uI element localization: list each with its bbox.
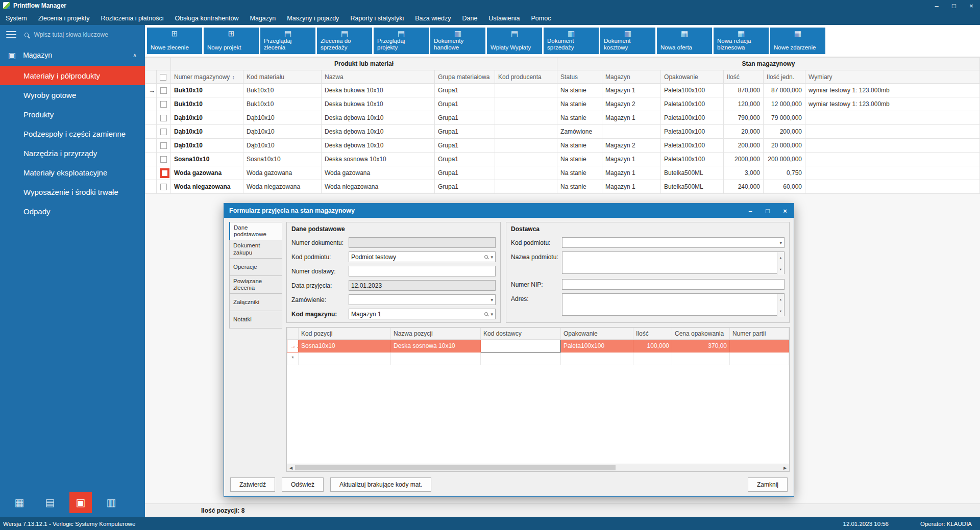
zamknij-button[interactable]: Zamknij bbox=[748, 477, 788, 492]
dropdown-icon[interactable]: ▾ bbox=[491, 312, 493, 317]
warehouse-icon[interactable]: ▣ bbox=[69, 492, 92, 513]
sidebar-item[interactable]: Narzędzia i przyrządy bbox=[0, 143, 145, 163]
dropdown-icon[interactable]: ▾ bbox=[491, 255, 493, 260]
items-column-header[interactable]: Kod pozycji bbox=[299, 328, 391, 340]
row-checkbox[interactable] bbox=[160, 168, 169, 178]
sidebar-item[interactable]: Materiały eksploatacyjne bbox=[0, 163, 145, 182]
spinner-control[interactable]: ▴▾ bbox=[777, 252, 784, 275]
column-header[interactable]: Nazwa bbox=[322, 70, 435, 84]
sidebar-item[interactable]: Odpady bbox=[0, 201, 145, 221]
aktualizuj-kody-button[interactable]: Aktualizuj brakujące kody mat. bbox=[330, 477, 431, 492]
dialog-tab[interactable]: Powiązane zlecenia bbox=[229, 275, 282, 294]
spin-up-icon[interactable]: ▴ bbox=[780, 297, 781, 301]
spin-down-icon[interactable]: ▾ bbox=[780, 267, 781, 271]
menu-item[interactable]: Obsługa kontrahentów bbox=[169, 11, 244, 25]
column-header[interactable]: Kod producenta bbox=[495, 70, 557, 84]
reports-icon[interactable]: ▤ bbox=[39, 492, 61, 513]
toolbar-button[interactable]: ▦ Nowa oferta bbox=[657, 28, 712, 54]
row-checkbox[interactable] bbox=[160, 184, 167, 190]
column-header[interactable]: Opakowanie bbox=[661, 70, 724, 84]
maximize-button[interactable]: □ bbox=[945, 0, 963, 11]
data-przyjecia-input[interactable] bbox=[349, 280, 496, 291]
items-column-header[interactable]: Kod dostawcy bbox=[481, 328, 561, 340]
items-column-header[interactable]: Opakowanie bbox=[561, 328, 633, 340]
toolbar-button[interactable]: ▤ Zlecenia do sprzedaży bbox=[317, 28, 372, 54]
dialog-tab[interactable]: Operacje bbox=[229, 258, 282, 276]
cell-kod-dostawcy[interactable] bbox=[481, 352, 561, 365]
sidebar-item[interactable]: Wyroby gotowe bbox=[0, 85, 145, 105]
scrollbar-thumb[interactable] bbox=[295, 465, 616, 470]
table-row[interactable]: → Woda niegazowana Woda niegazowana Woda… bbox=[145, 180, 980, 194]
sidebar-item[interactable]: Produkty bbox=[0, 105, 145, 124]
items-column-header[interactable]: Ilość bbox=[633, 328, 672, 340]
column-header[interactable]: Magazyn bbox=[602, 70, 661, 84]
kod-podmiotu-input[interactable] bbox=[349, 251, 496, 262]
toolbar-button[interactable]: ▦ Nowe zdarzenie bbox=[770, 28, 825, 54]
menu-item[interactable]: System bbox=[0, 11, 33, 25]
dialog-minimize-button[interactable]: – bbox=[742, 204, 759, 218]
dialog-tab[interactable]: Dane podstawowe bbox=[229, 222, 282, 240]
numer-dokumentu-input[interactable] bbox=[349, 237, 496, 248]
items-row[interactable]: →* bbox=[287, 352, 789, 365]
table-row[interactable]: → Buk10x10 Buk10x10 Deska bukowa 10x10 G… bbox=[145, 84, 980, 97]
table-row[interactable]: → Woda gazowana Woda gazowana Woda gazow… bbox=[145, 166, 980, 180]
sidebar-item[interactable]: Materiały i półprodukty bbox=[0, 66, 145, 85]
odswiez-button[interactable]: Odśwież bbox=[282, 477, 324, 492]
select-all-checkbox[interactable] bbox=[160, 74, 166, 81]
table-row[interactable]: → Dąb10x10 Dąb10x10 Deska dębowa 10x10 G… bbox=[145, 111, 980, 125]
row-checkbox[interactable] bbox=[160, 142, 167, 149]
sidebar-item[interactable]: Wyposażenie i środki trwałe bbox=[0, 182, 145, 201]
items-column-header[interactable]: Nazwa pozycji bbox=[391, 328, 481, 340]
adres-input[interactable] bbox=[562, 293, 785, 316]
table-row[interactable]: → Buk10x10 Buk10x10 Deska bukowa 10x10 G… bbox=[145, 97, 980, 111]
kod-magazynu-input[interactable] bbox=[349, 309, 496, 319]
hamburger-menu-icon[interactable] bbox=[6, 29, 16, 40]
toolbar-button[interactable]: ⊞ Nowe zlecenie bbox=[147, 28, 202, 54]
row-checkbox[interactable] bbox=[160, 115, 167, 121]
archive-icon[interactable]: ▦ bbox=[8, 492, 31, 513]
toolbar-button[interactable]: ▥ Dokument kosztowy bbox=[600, 28, 655, 54]
table-row[interactable]: → Dąb10x10 Dąb10x10 Deska dębowa 10x10 G… bbox=[145, 139, 980, 153]
row-checkbox[interactable] bbox=[160, 101, 167, 108]
toolbar-button[interactable]: ▤ Przeglądaj zlecenia bbox=[260, 28, 315, 54]
row-checkbox[interactable] bbox=[160, 87, 167, 94]
scroll-right-icon[interactable]: ▶ bbox=[781, 466, 789, 470]
toolbar-button[interactable]: ▤ Przeglądaj projekty bbox=[374, 28, 429, 54]
minimize-button[interactable]: – bbox=[928, 0, 945, 11]
table-row[interactable]: → Sosna10x10 Sosna10x10 Deska sosnowa 10… bbox=[145, 153, 980, 166]
search-input[interactable] bbox=[34, 31, 139, 38]
lookup-icon[interactable] bbox=[484, 255, 488, 259]
dropdown-icon[interactable]: ▾ bbox=[491, 297, 493, 302]
menu-item[interactable]: Baza wiedzy bbox=[409, 11, 456, 25]
table-row[interactable]: → Dąb10x10 Dąb10x10 Deska dębowa 10x10 G… bbox=[145, 125, 980, 139]
menu-item[interactable]: Pomoc bbox=[525, 11, 556, 25]
spin-down-icon[interactable]: ▾ bbox=[780, 309, 781, 313]
toolbar-button[interactable]: ▦ Nowa relacja biznesowa bbox=[714, 28, 769, 54]
toolbar-button[interactable]: ⊞ Nowy projekt bbox=[204, 28, 259, 54]
nazwa-podmiotu-input[interactable] bbox=[562, 251, 785, 274]
menu-item[interactable]: Raporty i statystyki bbox=[345, 11, 409, 25]
cell-kod-dostawcy[interactable] bbox=[481, 340, 561, 352]
numer-nip-input[interactable] bbox=[562, 279, 785, 290]
column-header[interactable]: Numer magazynowy↕ bbox=[171, 70, 243, 84]
dialog-tab[interactable]: Dokument zakupu bbox=[229, 240, 282, 258]
toolbar-button[interactable]: ▥ Dokumenty handlowe bbox=[430, 28, 485, 54]
menu-item[interactable]: Magazyn bbox=[244, 11, 282, 25]
column-header[interactable]: Ilość jedn. bbox=[764, 70, 805, 84]
row-checkbox[interactable] bbox=[160, 156, 167, 163]
menu-item[interactable]: Maszyny i pojazdy bbox=[281, 11, 345, 25]
dialog-tab[interactable]: Notatki bbox=[229, 311, 282, 329]
column-header[interactable]: Status bbox=[557, 70, 602, 84]
close-button[interactable]: × bbox=[963, 0, 980, 11]
numer-dostawy-input[interactable] bbox=[349, 266, 496, 276]
dialog-maximize-button[interactable]: □ bbox=[759, 204, 776, 218]
row-checkbox[interactable] bbox=[160, 129, 167, 135]
column-header[interactable]: Kod materiału bbox=[243, 70, 322, 84]
spinner-control[interactable]: ▴▾ bbox=[777, 294, 784, 317]
scroll-left-icon[interactable]: ◀ bbox=[287, 466, 295, 470]
items-column-header[interactable]: Numer partii bbox=[730, 328, 789, 340]
toolbar-button[interactable]: ▤ Wpłaty Wypłaty bbox=[487, 28, 542, 54]
column-header[interactable]: Ilość bbox=[724, 70, 764, 84]
menu-item[interactable]: Ustawienia bbox=[483, 11, 525, 25]
zatwierdz-button[interactable]: Zatwierdź bbox=[230, 477, 275, 492]
